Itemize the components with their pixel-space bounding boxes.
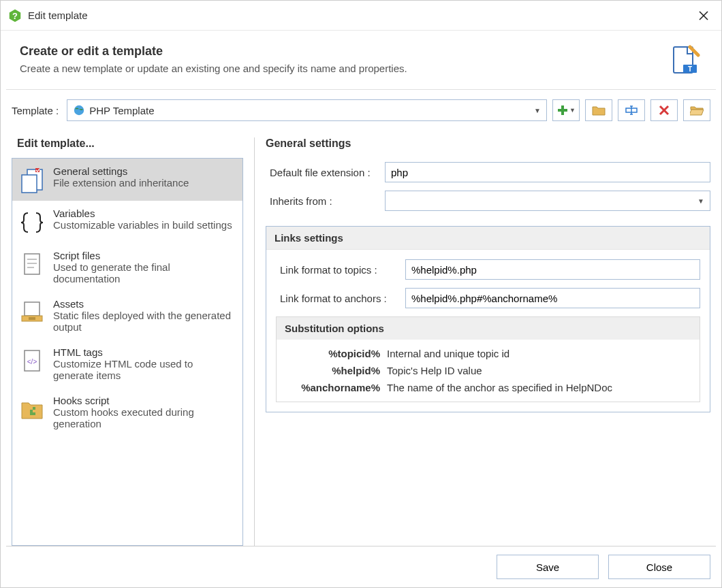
substitution-key: %topicid% (285, 348, 387, 359)
inherits-label: Inherits from : (266, 195, 385, 207)
sidebar-item-desc: Custom hooks executed during generation (53, 406, 236, 429)
sidebar-item-general-settings[interactable]: General settings File extension and inhe… (12, 159, 242, 201)
open-folder-button[interactable] (585, 99, 612, 121)
window-close-button[interactable] (693, 5, 715, 27)
template-select[interactable]: PHP Template ▼ (67, 99, 547, 121)
link-topics-label: Link format to topics : (276, 264, 405, 276)
substitution-desc: Topic's Help ID value (387, 365, 482, 376)
assets-icon (18, 298, 46, 327)
column-separator (254, 137, 255, 546)
substitution-options-panel: Substitution options %topicid% Internal … (276, 316, 700, 402)
svg-rect-19 (22, 175, 37, 193)
sidebar-item-script-files[interactable]: Script files Used to generate the final … (12, 243, 242, 291)
substitution-key: %helpid% (285, 365, 387, 376)
sidebar-item-desc: Static files deployed with the generated… (53, 310, 236, 333)
chevron-down-icon: ▼ (569, 107, 576, 114)
sidebar-item-html-tags[interactable]: </> HTML tags Customize HTML code used t… (12, 340, 242, 388)
template-label: Template : (12, 105, 59, 116)
svg-text:T: T (688, 65, 692, 73)
globe-icon (73, 104, 85, 116)
dialog-header-title: Create or edit a template (20, 44, 670, 59)
default-ext-input[interactable] (385, 162, 710, 182)
general-settings-pane: General settings Default file extension … (266, 131, 710, 546)
substitution-desc: Internal and unique topic id (387, 348, 509, 359)
svg-text:</>: </> (27, 358, 37, 365)
sidebar-item-desc: File extension and inheritance (53, 177, 236, 189)
template-selector-row: Template : PHP Template ▼ ▼ (1, 90, 721, 131)
pane-heading: General settings (266, 131, 710, 162)
chevron-down-icon: ▼ (534, 107, 541, 114)
sidebar-item-title: Variables (53, 208, 236, 219)
sidebar-item-variables[interactable]: Variables Customizable variables in buil… (12, 201, 242, 243)
close-button[interactable]: Close (608, 555, 710, 579)
sidebar-item-title: Assets (53, 298, 236, 310)
sidebar-item-desc: Customize HTML code used to generate ite… (53, 358, 236, 381)
titlebar: ? Edit template (1, 1, 721, 31)
sidebar-item-title: Hooks script (53, 395, 236, 406)
link-anchors-label: Link format to anchors : (276, 293, 405, 304)
sidebar-item-assets[interactable]: Assets Static files deployed with the ge… (12, 291, 242, 340)
main-content: Edit template... General settings File e… (1, 131, 721, 546)
sidebar-item-title: Script files (53, 250, 236, 261)
default-ext-row: Default file extension : (266, 162, 710, 182)
rename-button[interactable] (618, 99, 645, 121)
substitution-row: %helpid% Topic's Help ID value (285, 365, 691, 376)
inherits-select[interactable]: ▼ (385, 191, 710, 211)
script-file-icon (18, 250, 46, 278)
add-template-button[interactable]: ▼ (552, 99, 580, 121)
settings-page-icon (18, 165, 46, 194)
substitution-row: %topicid% Internal and unique topic id (285, 348, 691, 359)
save-button[interactable]: Save (497, 555, 599, 579)
app-icon: ? (7, 8, 22, 23)
sidebar-item-title: General settings (53, 165, 236, 177)
close-icon (698, 10, 709, 21)
link-anchors-row: Link format to anchors : (276, 288, 700, 308)
substitution-options-header: Substitution options (277, 317, 700, 340)
sidebar-nav: General settings File extension and inhe… (12, 158, 243, 546)
svg-rect-27 (29, 317, 35, 320)
svg-point-9 (74, 105, 84, 115)
link-anchors-input[interactable] (405, 288, 700, 308)
svg-rect-25 (25, 302, 40, 316)
folder-icon (592, 104, 606, 116)
braces-icon (18, 208, 46, 236)
dialog-header: Create or edit a template Create a new t… (1, 31, 721, 89)
svg-rect-11 (558, 109, 567, 112)
window-title: Edit template (28, 10, 693, 21)
browse-button[interactable] (683, 99, 710, 121)
delete-icon (658, 104, 670, 116)
dialog-header-subtitle: Create a new template or update an exist… (20, 63, 670, 74)
template-page-icon: T (670, 44, 702, 77)
plus-icon (556, 104, 569, 116)
chevron-down-icon: ▼ (697, 197, 704, 205)
substitution-row: %anchorname% The name of the anchor as s… (285, 382, 691, 393)
sidebar-heading: Edit template... (12, 131, 243, 158)
svg-text:?: ? (12, 10, 18, 20)
sidebar-item-hooks-script[interactable]: Hooks script Custom hooks executed durin… (12, 388, 242, 436)
link-topics-row: Link format to topics : (276, 259, 700, 280)
template-select-value: PHP Template (89, 105, 534, 116)
substitution-key: %anchorname% (285, 382, 387, 393)
substitution-desc: The name of the anchor as specified in H… (387, 382, 612, 393)
inherits-row: Inherits from : ▼ (266, 191, 710, 211)
html-file-icon: </> (18, 346, 46, 375)
link-topics-input[interactable] (405, 259, 700, 280)
folder-open-icon (690, 104, 704, 116)
sidebar-item-desc: Customizable variables in build settings (53, 219, 236, 231)
sidebar: Edit template... General settings File e… (12, 131, 243, 546)
default-ext-label: Default file extension : (266, 167, 385, 178)
svg-rect-21 (25, 254, 40, 274)
links-settings-header: Links settings (266, 227, 710, 250)
links-settings-panel: Links settings Link format to topics : L… (266, 226, 710, 412)
sidebar-item-title: HTML tags (53, 346, 236, 358)
svg-rect-30 (33, 407, 35, 410)
edit-template-dialog: ? Edit template Create or edit a templat… (0, 0, 722, 588)
rename-icon (625, 104, 638, 116)
dialog-footer: Save Close (6, 546, 716, 587)
sidebar-item-desc: Used to generate the final documentation (53, 261, 236, 284)
hooks-folder-icon (18, 395, 46, 423)
delete-button[interactable] (650, 99, 678, 121)
